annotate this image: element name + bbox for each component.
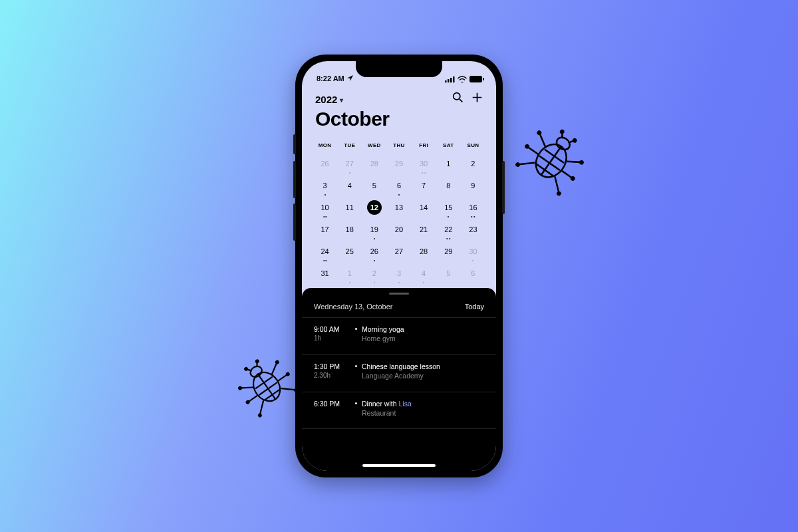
calendar-day[interactable]: 3 bbox=[386, 262, 411, 284]
chevron-down-icon: ▾ bbox=[340, 96, 343, 104]
calendar-day[interactable]: 28 bbox=[362, 152, 386, 174]
day-number: 1 bbox=[441, 156, 456, 171]
calendar-day[interactable]: 23 bbox=[461, 218, 485, 240]
svg-point-18 bbox=[258, 414, 261, 417]
calendar-day[interactable]: 6 bbox=[461, 262, 485, 284]
year-selector[interactable]: 2022 ▾ bbox=[315, 94, 343, 105]
day-number: 22 bbox=[441, 222, 456, 237]
day-number: 5 bbox=[441, 266, 456, 281]
day-number: 29 bbox=[392, 156, 406, 171]
event-dots bbox=[471, 216, 475, 217]
calendar-day[interactable]: 30 bbox=[461, 240, 485, 262]
calendar-day[interactable]: 4 bbox=[337, 174, 362, 196]
calendar-day[interactable]: 29 bbox=[386, 152, 411, 174]
event-time: 6:30 PM bbox=[314, 399, 355, 422]
calendar-day[interactable]: 11 bbox=[337, 196, 362, 218]
event-dots bbox=[422, 172, 426, 174]
search-icon[interactable] bbox=[452, 92, 464, 106]
day-number: 20 bbox=[392, 222, 406, 237]
day-number: 11 bbox=[342, 200, 357, 215]
calendar-day[interactable]: 9 bbox=[461, 174, 485, 196]
calendar-day[interactable]: 5 bbox=[436, 262, 461, 284]
calendar-day[interactable]: 24 bbox=[313, 240, 337, 262]
event-dots bbox=[349, 172, 350, 174]
calendar-day[interactable]: 16 bbox=[461, 196, 485, 218]
calendar-day[interactable]: 27 bbox=[337, 152, 362, 174]
svg-point-9 bbox=[557, 192, 561, 196]
svg-rect-20 bbox=[445, 80, 447, 82]
calendar-day[interactable]: 10 bbox=[313, 196, 337, 218]
svg-point-17 bbox=[286, 372, 289, 376]
today-button[interactable]: Today bbox=[465, 303, 484, 311]
calendar-day[interactable]: 15 bbox=[436, 196, 461, 218]
day-number: 5 bbox=[367, 178, 382, 193]
calendar-day[interactable]: 26 bbox=[313, 152, 337, 174]
svg-point-12 bbox=[245, 367, 248, 370]
calendar-day[interactable]: 26 bbox=[362, 240, 386, 262]
signal-icon bbox=[445, 76, 455, 82]
svg-point-2 bbox=[560, 130, 564, 134]
event-body: Morning yogaHome gym bbox=[355, 325, 404, 348]
calendar-day[interactable]: 28 bbox=[412, 240, 436, 262]
day-number: 27 bbox=[342, 156, 357, 171]
event-dots bbox=[398, 282, 400, 283]
day-number: 3 bbox=[392, 266, 406, 281]
event-dots bbox=[325, 194, 326, 196]
event-row[interactable]: 9:00 AM1hMorning yogaHome gym bbox=[302, 317, 496, 354]
weekday-label: WED bbox=[362, 140, 386, 152]
calendar-day[interactable]: 3 bbox=[313, 174, 337, 196]
calendar-day[interactable]: 20 bbox=[386, 218, 411, 240]
calendar-day[interactable]: 8 bbox=[436, 174, 461, 196]
event-dots bbox=[447, 238, 451, 239]
day-number: 15 bbox=[441, 200, 456, 215]
svg-point-11 bbox=[248, 364, 264, 380]
calendar-day[interactable]: 6 bbox=[386, 174, 411, 196]
drag-handle-icon[interactable] bbox=[389, 293, 409, 295]
svg-point-4 bbox=[537, 131, 541, 135]
event-row[interactable]: 1:30 PM2.30hChinese language lessonLangu… bbox=[302, 354, 496, 392]
event-dots bbox=[472, 260, 473, 261]
weekday-label: SAT bbox=[436, 140, 461, 152]
calendar-day[interactable]: 7 bbox=[412, 174, 436, 196]
calendar-day[interactable]: 14 bbox=[412, 196, 436, 218]
calendar-day[interactable]: 19 bbox=[362, 218, 386, 240]
calendar-day[interactable]: 18 bbox=[337, 218, 362, 240]
day-number: 27 bbox=[392, 244, 406, 259]
event-row[interactable]: 6:30 PMDinner with LisaRestaurant bbox=[302, 392, 496, 429]
plus-icon[interactable] bbox=[471, 92, 483, 106]
day-number: 16 bbox=[466, 200, 480, 215]
calendar-day[interactable]: 25 bbox=[337, 240, 362, 262]
day-number: 29 bbox=[441, 244, 456, 259]
year-label: 2022 bbox=[315, 94, 337, 105]
calendar-day[interactable]: 1 bbox=[337, 262, 362, 284]
calendar-day[interactable]: 21 bbox=[412, 218, 436, 240]
calendar-day[interactable]: 29 bbox=[436, 240, 461, 262]
svg-point-15 bbox=[275, 360, 279, 364]
calendar-day[interactable]: 31 bbox=[313, 262, 337, 284]
day-number: 23 bbox=[466, 222, 480, 237]
calendar-header: 2022 ▾ October bbox=[302, 84, 496, 136]
calendar-day[interactable]: 1 bbox=[436, 152, 461, 174]
svg-point-1 bbox=[554, 135, 572, 152]
svg-point-3 bbox=[573, 138, 577, 142]
day-number: 26 bbox=[367, 244, 382, 259]
agenda-panel[interactable]: Wednesday 13, October Today 9:00 AM1hMor… bbox=[302, 288, 496, 471]
calendar-day[interactable]: 5 bbox=[362, 174, 386, 196]
calendar-day[interactable]: 2 bbox=[461, 152, 485, 174]
calendar-day[interactable]: 27 bbox=[386, 240, 411, 262]
day-number: 6 bbox=[466, 266, 480, 281]
calendar-day[interactable]: 17 bbox=[313, 218, 337, 240]
home-indicator[interactable] bbox=[362, 464, 436, 467]
calendar-day[interactable]: 4 bbox=[412, 262, 436, 284]
calendar-day[interactable]: 2 bbox=[362, 262, 386, 284]
calendar-day[interactable]: 12 bbox=[362, 196, 386, 218]
calendar-day[interactable]: 13 bbox=[386, 196, 411, 218]
day-number: 31 bbox=[318, 266, 332, 281]
event-dots bbox=[374, 238, 375, 239]
calendar-day[interactable]: 30 bbox=[412, 152, 436, 174]
event-dots bbox=[323, 216, 327, 217]
day-number: 17 bbox=[318, 222, 332, 237]
event-dots bbox=[323, 260, 327, 261]
calendar-day[interactable]: 22 bbox=[436, 218, 461, 240]
svg-rect-25 bbox=[483, 78, 484, 80]
